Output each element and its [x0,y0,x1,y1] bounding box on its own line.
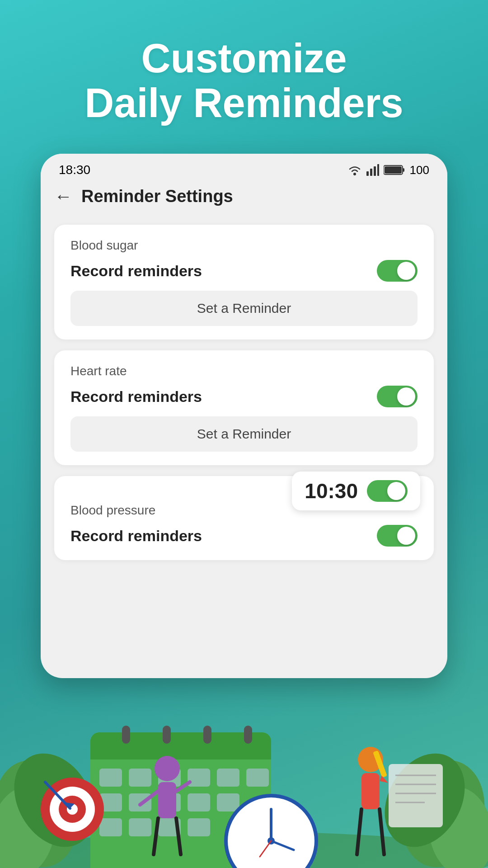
svg-rect-55 [361,773,380,809]
svg-rect-34 [129,818,151,836]
time-badge-toggle[interactable] [367,480,408,502]
heart-rate-toggle[interactable] [377,386,418,407]
svg-point-48 [155,756,180,781]
svg-rect-1 [366,171,369,176]
svg-rect-3 [374,166,376,176]
svg-rect-33 [99,818,122,836]
blood-sugar-reminder-row: Record reminders [70,260,418,282]
heart-rate-label: Heart rate [70,364,418,378]
svg-rect-31 [188,793,210,811]
svg-rect-26 [217,769,239,787]
svg-rect-27 [246,769,269,787]
status-bar: 18:30 100 [41,154,447,182]
svg-rect-17 [90,750,271,760]
svg-rect-49 [158,782,176,818]
svg-rect-4 [377,164,379,176]
wifi-icon [347,164,362,176]
blood-pressure-toggle[interactable] [377,525,418,547]
svg-point-0 [353,173,356,175]
phone-frame: 18:30 100 [41,154,447,678]
svg-rect-32 [217,793,239,811]
back-button[interactable]: ← [54,186,72,207]
blood-sugar-card: Blood sugar Record reminders Set a Remin… [54,225,434,340]
header-section: Customize Daily Reminders [0,0,488,153]
illustration-area [0,642,488,868]
heart-rate-record-label: Record reminders [70,388,202,406]
svg-rect-6 [403,168,404,172]
svg-rect-22 [99,769,122,787]
svg-rect-20 [203,726,211,744]
nav-bar: ← Reminder Settings [41,182,447,216]
blood-pressure-record-label: Record reminders [70,527,202,545]
battery-level: 100 [410,163,429,177]
svg-rect-60 [389,764,443,827]
heart-rate-card: Heart rate Record reminders Set a Remind… [54,350,434,465]
blood-sugar-label: Blood sugar [70,238,418,253]
header-line1: Customize [141,36,347,81]
time-badge-value: 10:30 [305,479,358,503]
blood-sugar-set-reminder-button[interactable]: Set a Reminder [70,291,418,326]
time-badge: 10:30 [292,472,420,510]
svg-rect-19 [163,726,171,744]
signal-icon [366,164,379,176]
svg-rect-21 [244,726,252,744]
blood-pressure-card: 10:30 Blood pressure Record reminders [54,476,434,560]
status-time: 18:30 [59,163,90,177]
svg-rect-7 [385,166,402,174]
illustration-svg [0,642,488,868]
scroll-content: Blood sugar Record reminders Set a Remin… [41,216,447,569]
svg-rect-2 [370,169,372,176]
blood-sugar-record-label: Record reminders [70,262,202,280]
battery-icon [384,164,405,176]
blood-sugar-toggle[interactable] [377,260,418,282]
page-title: Reminder Settings [81,187,233,206]
svg-rect-18 [122,726,130,744]
heart-rate-reminder-row: Record reminders [70,386,418,407]
header-line2: Daily Reminders [84,80,403,126]
heart-rate-set-reminder-button[interactable]: Set a Reminder [70,416,418,452]
svg-rect-36 [188,818,210,836]
svg-rect-23 [129,769,151,787]
svg-rect-25 [188,769,210,787]
status-icons: 100 [347,163,429,177]
blood-pressure-reminder-row: Record reminders [70,525,418,547]
